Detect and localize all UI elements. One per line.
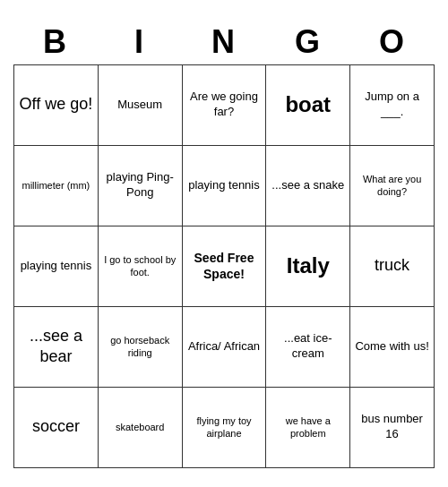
bingo-cell: Africa/ African [183,307,267,388]
bingo-cell: ...eat ice-cream [266,307,350,388]
header-letter: B [13,20,98,64]
bingo-cell: boat [266,65,350,146]
bingo-grid: Off we go!MuseumAre we going far?boatJum… [13,64,435,468]
bingo-cell: we have a problem [266,388,350,468]
bingo-cell: Seed Free Space! [183,226,267,307]
bingo-card: BINGO Off we go!MuseumAre we going far?b… [13,20,435,468]
bingo-cell: soccer [14,388,99,468]
header-letter: G [266,20,350,64]
header-letter: I [98,20,182,64]
bingo-header: BINGO [13,20,435,64]
bingo-cell: Museum [99,65,183,146]
bingo-cell: bus number 16 [350,388,435,468]
header-letter: N [182,20,266,64]
bingo-cell: Come with us! [350,307,435,388]
bingo-cell: playing tennis [14,226,99,307]
bingo-cell: playing Ping-Pong [99,146,183,226]
bingo-cell: I go to school by foot. [99,226,183,307]
bingo-cell: What are you doing? [350,146,435,226]
bingo-cell: skateboard [99,388,183,468]
bingo-cell: Are we going far? [183,65,267,146]
bingo-cell: ...see a snake [266,146,350,226]
bingo-cell: go horseback riding [99,307,183,388]
bingo-cell: Italy [266,226,350,307]
bingo-cell: flying my toy airplane [183,388,267,468]
bingo-cell: Jump on a ___. [350,65,435,146]
bingo-cell: Off we go! [14,65,99,146]
header-letter: O [350,20,435,64]
bingo-cell: ...see a bear [14,307,99,388]
bingo-cell: playing tennis [183,146,267,226]
bingo-cell: truck [350,226,435,307]
bingo-cell: millimeter (mm) [14,146,99,226]
